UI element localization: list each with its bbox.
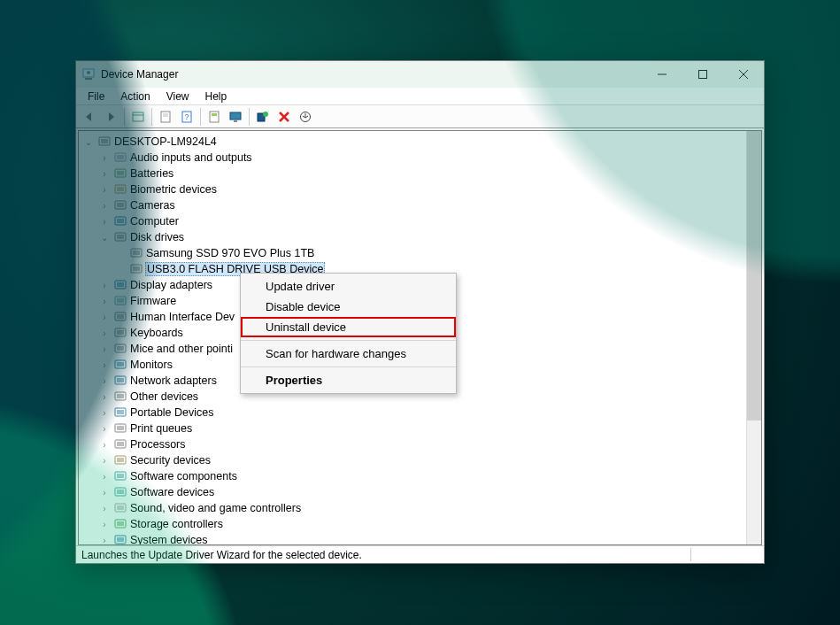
svg-rect-28 [117,171,124,175]
expand-icon[interactable]: › [98,440,111,450]
menu-file[interactable]: File [81,89,111,104]
tree-category[interactable]: › Processors [82,436,761,452]
context-menu-item[interactable]: Scan for hardware changes [241,343,456,364]
expand-icon[interactable]: › [98,169,111,179]
svg-rect-58 [117,410,124,414]
expand-icon[interactable]: › [98,536,111,545]
tree-category[interactable]: › Security devices [82,452,761,468]
svg-rect-56 [117,394,124,398]
svg-rect-7 [133,112,143,121]
category-label: Software devices [130,486,214,498]
svg-rect-42 [117,282,124,287]
system-icon [113,533,127,544]
category-label: Portable Devices [130,406,214,419]
expand-icon[interactable]: › [98,488,111,498]
svg-rect-52 [117,362,124,367]
context-menu-item[interactable]: Uninstall device [241,317,456,337]
svg-rect-72 [117,521,124,526]
tree-category[interactable]: ⌄ Disk drives [82,229,761,245]
softdev-icon [113,485,127,499]
context-menu-item[interactable]: Properties [241,370,456,390]
context-menu-item[interactable]: Update driver [241,276,456,297]
back-button[interactable] [80,107,99,127]
remove-button[interactable] [274,107,294,127]
menu-view[interactable]: View [160,89,196,104]
expand-icon[interactable]: › [98,504,111,513]
speaker-icon [113,150,127,165]
svg-point-2 [87,71,90,74]
expand-icon[interactable]: › [98,392,111,402]
expand-icon[interactable]: › [98,153,111,163]
biometric-icon [113,182,127,197]
tree-category[interactable]: › Storage controllers [82,516,761,532]
softcomp-icon [113,469,127,483]
expand-icon[interactable]: › [98,281,111,290]
scan-button[interactable] [253,107,273,127]
status-bar: Launches the Update Driver Wizard for th… [76,545,764,563]
expand-icon[interactable]: › [98,376,111,386]
tree-category[interactable]: › Sound, video and game controllers [82,500,761,516]
svg-rect-68 [117,490,124,494]
show-hidden-button[interactable] [128,107,148,127]
firmware-icon [113,294,127,308]
expand-icon[interactable]: › [98,312,111,322]
expand-icon[interactable]: › [98,344,111,354]
svg-rect-38 [133,251,140,255]
expand-icon[interactable]: ⌄ [98,233,111,243]
tree-category[interactable]: › Batteries [82,166,761,181]
tree-category[interactable]: › Cameras [82,197,761,213]
expand-icon[interactable]: › [98,217,111,227]
tree-root[interactable]: ⌄ DESKTOP-LM924L4 [82,134,761,150]
category-label: Firmware [130,295,176,307]
minimize-button[interactable] [642,61,682,88]
monitor-button[interactable] [226,107,245,127]
expand-icon[interactable]: › [98,424,111,434]
tree-category[interactable]: › Biometric devices [82,181,761,197]
expand-icon[interactable]: › [98,185,111,195]
menu-action[interactable]: Action [114,89,156,104]
tree-category[interactable]: › Print queues [82,421,761,436]
expand-icon[interactable]: › [98,520,111,529]
titlebar[interactable]: Device Manager [76,61,764,88]
refresh-button[interactable] [204,107,224,127]
update-button[interactable] [296,107,315,127]
context-menu-item[interactable]: Disable device [241,297,456,317]
expand-icon[interactable]: › [98,201,111,211]
tree-category[interactable]: › Software devices [82,484,761,500]
tree-device[interactable]: Samsung SSD 970 EVO Plus 1TB [82,245,761,261]
expand-icon[interactable]: › [98,360,111,370]
tree-category[interactable]: › Audio inputs and outputs [82,150,761,166]
menu-help[interactable]: Help [199,89,234,104]
printer-icon [113,421,127,436]
disk-icon [129,246,143,260]
expand-icon[interactable]: › [98,328,111,338]
tree-category[interactable]: › Portable Devices [82,405,761,421]
expand-icon[interactable]: › [98,472,111,482]
collapse-icon[interactable]: ⌄ [82,137,95,147]
app-icon [81,67,96,81]
category-label: Batteries [130,167,173,180]
category-label: Disk drives [130,231,184,243]
scrollbar-thumb[interactable] [747,131,761,421]
window-title: Device Manager [101,68,178,81]
help-button[interactable]: ? [177,107,197,127]
status-cell-2 [690,548,759,561]
computer-icon [113,214,127,228]
expand-icon[interactable]: › [98,297,111,306]
expand-icon[interactable]: › [98,408,111,418]
tree-category[interactable]: › Computer [82,213,761,229]
properties-button[interactable] [156,107,175,127]
status-text: Launches the Update Driver Wizard for th… [81,549,362,561]
vertical-scrollbar[interactable] [746,131,761,544]
disk-icon [113,230,127,244]
close-button[interactable] [723,61,764,88]
category-label: Print queues [130,422,192,435]
maximize-button[interactable] [682,61,723,88]
expand-icon[interactable]: › [98,456,111,466]
category-label: Other devices [130,390,198,403]
tree-category[interactable]: › System devices [82,532,761,544]
tree-category[interactable]: › Software components [82,468,761,484]
category-label: Network adapters [130,374,217,387]
forward-button[interactable] [101,107,120,127]
svg-rect-34 [117,219,124,223]
